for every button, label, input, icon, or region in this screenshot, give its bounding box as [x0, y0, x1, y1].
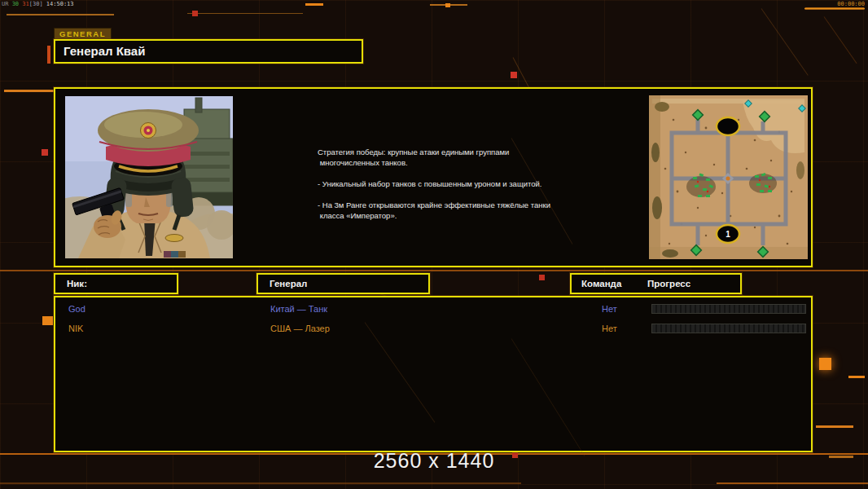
general-info-panel: Стратегия победы: крупные атаки едиными … [54, 87, 813, 267]
header-nick: Ник: [54, 273, 178, 294]
deco-square [539, 275, 545, 280]
deco-line [848, 376, 865, 378]
lobby-screen: UR 30 31[30] 14:50:13 00:00:00 GENERAL Г… [0, 0, 868, 489]
description-line: - На 3м Ранге открываются крайне эффекти… [318, 200, 594, 210]
description-line [318, 189, 594, 200]
deco-line [4, 90, 55, 92]
deco-line [0, 482, 521, 484]
clock-bar [804, 7, 865, 10]
deco-trace [511, 338, 585, 456]
debug-status-text: UR 30 31[30] 14:50:13 [2, 1, 74, 7]
resolution-label: 2560 x 1440 [0, 449, 868, 473]
deco-line [305, 3, 323, 6]
deco-line [187, 13, 303, 14]
deco-line [717, 482, 868, 484]
player-team: Нет [602, 320, 617, 337]
game-clock: 00:00:00 [837, 1, 865, 7]
general-select-box[interactable]: Генерал Квай [54, 39, 363, 64]
description-line: класса «Император». [318, 210, 594, 221]
description-line: многочисленных танков. [318, 157, 594, 168]
header-team-label: Команда [581, 275, 621, 293]
deco-square [445, 3, 450, 7]
general-title: Генерал Квай [64, 44, 145, 58]
debug-segment: 30 [12, 1, 23, 7]
header-progress-label: Прогресс [647, 275, 690, 293]
player-progress-bar [651, 304, 806, 314]
deco-line [0, 270, 868, 271]
spawn-number-label: 1 [726, 230, 730, 239]
spawn-point-top [717, 117, 739, 135]
header-team-progress: Команда Прогресс [570, 273, 742, 294]
general-portrait [65, 96, 233, 258]
header-general: Генерал [256, 273, 430, 294]
table-row[interactable]: God Китай — Танк Нет [55, 301, 811, 317]
description-line [318, 168, 594, 178]
debug-segment: [30] [29, 1, 46, 7]
deco-square [511, 72, 517, 78]
player-nick: God [68, 301, 85, 317]
deco-tick [47, 46, 50, 64]
general-description: Стратегия победы: крупные атаки едиными … [318, 147, 594, 221]
map-preview: 1 [649, 95, 808, 259]
debug-segment: UR [2, 1, 12, 7]
description-line: Стратегия победы: крупные атаки едиными … [318, 147, 594, 157]
debug-segment: 14:50:13 [46, 1, 74, 7]
deco-square [42, 316, 53, 325]
deco-line [7, 14, 114, 15]
header-nick-label: Ник: [67, 275, 87, 293]
player-nick: NIK [68, 320, 83, 337]
table-row[interactable]: NIK США — Лазер Нет [55, 320, 811, 337]
header-general-label: Генерал [270, 275, 307, 293]
deco-square [192, 11, 198, 16]
player-table-panel: God Китай — Танк Нет NIK США — Лазер Нет [54, 296, 813, 452]
deco-square [42, 149, 48, 156]
player-general: Китай — Танк [270, 301, 327, 317]
deco-square [819, 358, 831, 370]
deco-trace [365, 322, 436, 422]
deco-line [816, 425, 853, 428]
description-line: - Уникальный набор танков с повышенным у… [318, 178, 594, 189]
player-progress-bar [651, 324, 806, 333]
player-general: США — Лазер [270, 320, 330, 337]
general-tag-label: GENERAL [54, 28, 112, 40]
debug-segment: 31 [22, 1, 28, 7]
minimap-image: 1 [649, 95, 808, 259]
general-portrait-image [65, 96, 233, 258]
player-team: Нет [602, 301, 617, 317]
